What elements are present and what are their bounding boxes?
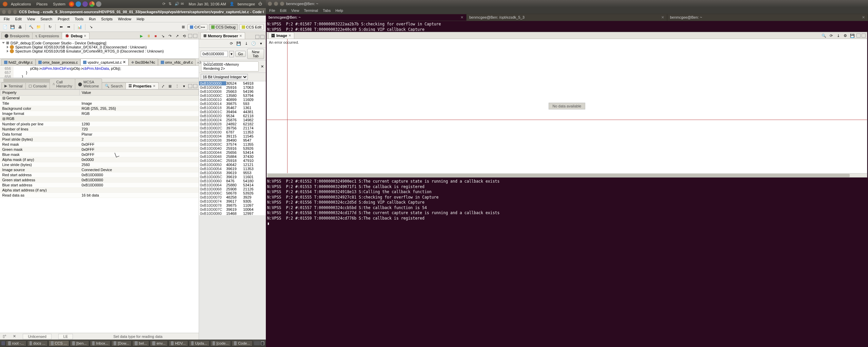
memory-row[interactable]: 0xB10D0058396199553 — [199, 171, 266, 175]
window-min-icon[interactable] — [274, 2, 278, 6]
max-icon[interactable] — [260, 35, 264, 39]
prop-value[interactable]: 0x0000 — [80, 157, 199, 162]
workspace-icon[interactable] — [254, 341, 260, 345]
window-close-icon[interactable] — [2, 10, 6, 14]
tmenu-terminal[interactable]: Terminal — [302, 8, 320, 13]
status-icon[interactable]: ▯° — [3, 334, 6, 339]
save-icon[interactable]: 💾 — [849, 33, 855, 39]
resume-icon[interactable]: ▶ — [138, 33, 144, 39]
col-value[interactable]: Value — [80, 90, 199, 96]
editor-tab-2[interactable]: vpsdrv_captureList.c✕ — [80, 59, 129, 65]
close-icon[interactable]: ✕ — [661, 15, 664, 20]
tmenu-edit[interactable]: Edit — [278, 8, 289, 13]
prop-group[interactable]: ⊟ RGB — [0, 116, 199, 122]
dropdown-icon[interactable]: ▾ — [229, 51, 234, 57]
image-canvas[interactable]: An error occurred. No data available — [267, 39, 867, 173]
memory-row[interactable]: 0xB10D0030678711353 — [199, 130, 266, 134]
menu-icon[interactable]: ▾ — [258, 40, 264, 46]
window-max-icon[interactable] — [13, 10, 17, 14]
menu-tools[interactable]: Tools — [72, 16, 86, 22]
window-min-icon[interactable] — [8, 10, 12, 14]
prop-name[interactable]: Image format — [0, 111, 80, 116]
save-icon[interactable]: 💾 — [236, 40, 242, 46]
min-icon[interactable] — [188, 84, 192, 88]
close-icon[interactable]: ✕ — [289, 34, 291, 37]
prop-value[interactable]: Planar — [80, 132, 199, 137]
prop-value[interactable]: Connected Device — [80, 167, 199, 172]
min-icon[interactable] — [255, 35, 259, 39]
tmenu-help[interactable]: Help — [333, 8, 345, 13]
menu-system[interactable]: System — [50, 2, 68, 6]
task-item[interactable]: Inbox... — [90, 340, 111, 346]
term-tab-0[interactable]: benmcgee@Ben: ~✕ — [266, 14, 467, 21]
memory-row[interactable]: 0xB10D000C1358053794 — [199, 94, 266, 98]
memory-row[interactable]: 0xB10D0020953462118 — [199, 114, 266, 118]
prop-name[interactable]: Alpha mask (if any) — [0, 157, 80, 162]
prop-name[interactable]: Red start address — [0, 172, 80, 178]
task-item[interactable]: [ben... — [70, 340, 89, 346]
menu-file[interactable]: File — [1, 16, 12, 22]
menu-scripts[interactable]: Scripts — [99, 16, 115, 22]
refresh-icon[interactable]: ⟳ — [828, 33, 834, 39]
window-max-icon[interactable] — [280, 2, 284, 6]
editor-tab-0[interactable]: fvid2_drvMgr.c — [1, 59, 36, 65]
close-icon[interactable]: ✕ — [84, 34, 86, 38]
menu-icon[interactable]: ▾ — [181, 83, 187, 89]
tab-memory[interactable]: ⊞Memory Browser✕ — [200, 32, 245, 39]
col-property[interactable]: Property — [0, 90, 80, 96]
status-flag-icon[interactable]: ✕ — [13, 334, 16, 339]
export-icon[interactable]: ⤓ — [243, 40, 249, 46]
prop-name[interactable]: Alpha start address (if any) — [0, 188, 80, 193]
task-item[interactable]: Upda... — [189, 340, 210, 346]
min-icon[interactable] — [204, 61, 208, 65]
tab-callhier[interactable]: ⑃Call Hierarchy — [50, 79, 75, 89]
stop-icon[interactable]: ■ — [153, 33, 159, 39]
prop-value[interactable]: 0xB10D0000 — [80, 183, 199, 188]
menu-window[interactable]: Window — [116, 16, 134, 22]
network-icon[interactable]: ⇅ — [169, 2, 173, 6]
stepover-icon[interactable]: ↷ — [167, 33, 173, 39]
memory-format-select[interactable]: 16 Bit Unsigned Integer — [201, 74, 248, 80]
prop-value[interactable]: RGB {255, 255, 255} — [80, 106, 199, 111]
restart-icon[interactable]: ⟲ — [181, 33, 187, 39]
editor-tab-1[interactable]: omx_base_process.c — [36, 59, 81, 65]
close-icon[interactable]: ✕ — [460, 15, 463, 20]
settings-icon[interactable]: ⚙ — [842, 33, 848, 39]
prop-value[interactable]: 16 bit data — [80, 193, 199, 198]
editor[interactable]: 656 pObj->cbPrm.fdmCbFxn(pObj->cbPrm.fdm… — [0, 66, 199, 78]
task-item[interactable]: [code... — [210, 340, 231, 346]
memory-row[interactable]: 0xB10D00343911511545 — [199, 134, 266, 138]
prop-value[interactable]: 2560 — [80, 162, 199, 167]
memory-row[interactable]: 0xB10D00003052454918 — [199, 81, 266, 85]
menu-run[interactable]: Run — [86, 16, 98, 22]
memory-row[interactable]: 0xB10D00682590821126 — [199, 187, 266, 191]
memory-row[interactable]: 0xB10D00783987511097 — [199, 203, 266, 207]
prop-name[interactable]: Data format — [0, 132, 80, 137]
task-item[interactable]: CCS ... — [48, 340, 69, 346]
link-icon[interactable]: ⤤ — [160, 83, 166, 89]
memory-row[interactable]: 0xB10D00402591653926 — [199, 146, 266, 150]
task-item[interactable]: docs ... — [27, 340, 48, 346]
close-icon[interactable]: ✕ — [862, 15, 865, 20]
chart-icon[interactable]: 📊 — [77, 24, 83, 30]
prop-name[interactable]: Background color — [0, 106, 80, 111]
prop-name[interactable]: Blue mask — [0, 152, 80, 157]
app-icon[interactable] — [76, 1, 81, 7]
memory-row[interactable]: 0xB10D00801546812997 — [199, 211, 266, 215]
tab-breakpoints[interactable]: ⬤Breakpoints — [1, 32, 33, 39]
memory-row[interactable]: 0xB10D00282489262182 — [199, 122, 266, 126]
task-item[interactable]: root -... — [6, 340, 26, 346]
prop-group[interactable]: ⊟ General — [0, 96, 199, 101]
restart-icon[interactable]: ↻ — [47, 24, 53, 30]
build-icon[interactable]: 🔨 — [28, 24, 34, 30]
tab-debug[interactable]: 🐞Debug✕ — [62, 32, 90, 39]
prop-name[interactable]: Title — [0, 101, 80, 106]
filter-icon[interactable]: ⋮ — [174, 83, 180, 89]
memory-row[interactable]: 0xB10D005C3961911601 — [199, 175, 266, 179]
close-icon[interactable]: ✕ — [239, 34, 242, 38]
memory-row[interactable]: 0xB10D00042591617063 — [199, 85, 266, 89]
clock[interactable]: Mon Jan 30, 10:06 AM — [186, 2, 229, 6]
memory-row[interactable]: 0xB10D002C3975621174 — [199, 126, 266, 130]
chrome-icon[interactable] — [89, 1, 95, 7]
refresh-icon[interactable]: ⟳ — [228, 40, 234, 46]
